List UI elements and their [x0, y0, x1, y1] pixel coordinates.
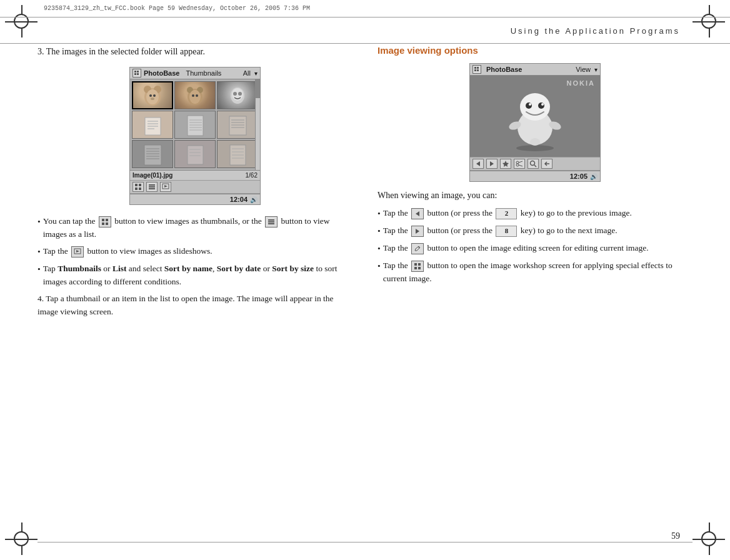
svg-rect-64 [106, 222, 108, 225]
svg-rect-73 [477, 69, 479, 71]
inline-key-2: 2 [496, 208, 517, 219]
svg-point-87 [516, 161, 519, 164]
svg-rect-53 [139, 184, 141, 186]
device-statusbar-right: 12:05 🔊 [470, 171, 600, 181]
inline-key-8: 8 [496, 226, 517, 237]
page-number: 59 [671, 531, 680, 541]
right-bullet-dot-2: • [378, 225, 381, 238]
toolbar-btn-star[interactable] [500, 159, 511, 169]
svg-point-9 [153, 94, 156, 97]
thumb-9[interactable] [217, 140, 258, 168]
svg-rect-37 [144, 145, 161, 165]
toolbar-btn-search[interactable] [528, 159, 539, 169]
svg-rect-1 [137, 71, 139, 72]
device-toolbar-right [470, 157, 600, 171]
svg-rect-57 [149, 186, 155, 188]
svg-rect-98 [414, 267, 417, 269]
thumb-7[interactable] [132, 140, 173, 168]
svg-rect-2 [134, 73, 136, 75]
bullet-item-2: • Tap the button to view images as slide… [38, 245, 352, 259]
device-menu-thumbnails: Thumbnails [186, 69, 221, 77]
inline-btn-slideshow [71, 246, 84, 258]
left-column: 3. The images in the selected folder wil… [38, 45, 365, 522]
thumb-3[interactable] [217, 81, 258, 109]
toolbar-btn-next[interactable] [486, 159, 498, 169]
right-bullet-3: • Tap the button to open the image editi… [378, 242, 692, 256]
toolbar-btn-prev[interactable] [472, 159, 484, 169]
bullet-text-2: Tap the button to view images as slidesh… [43, 245, 352, 258]
thumb-6[interactable] [217, 111, 258, 139]
top-bar-text: 9235874_3129_zh_tw_FCC.book Page 59 Wedn… [44, 5, 310, 12]
inline-btn-edit [411, 243, 424, 254]
bullet-item-1: • You can tap the button to view images … [38, 215, 352, 241]
svg-marker-60 [164, 185, 168, 188]
thumb-2[interactable] [174, 81, 216, 109]
svg-line-89 [519, 161, 522, 162]
device-statusbar-left: 12:04 🔊 [130, 194, 260, 204]
device-thumbnail-screenshot: PhotoBase Thumbnails All ▾ [129, 67, 261, 205]
left-intro: 3. The images in the selected folder wil… [38, 45, 352, 58]
bullet-text-1: You can tap the button to view images as… [43, 215, 352, 241]
svg-rect-43 [188, 146, 203, 164]
bullet-dot-2: • [38, 246, 41, 259]
right-bullet-text-4: Tap the button to open the image worksho… [383, 259, 692, 286]
svg-point-83 [530, 138, 540, 146]
right-column: Image viewing options PhotoBase View ▾ N… [365, 45, 692, 522]
thumb-5[interactable] [174, 111, 216, 139]
device-time-left: 12:04 [230, 196, 248, 203]
inline-btn-list [265, 216, 278, 228]
svg-rect-55 [139, 188, 141, 190]
corner-decoration-bl [5, 522, 38, 555]
right-bullet-dot-4: • [378, 260, 381, 273]
svg-marker-69 [76, 250, 79, 252]
nokia-brand-text: NOKIA [567, 79, 595, 87]
svg-point-78 [538, 102, 544, 109]
svg-line-92 [534, 165, 536, 167]
inline-btn-grid [99, 216, 111, 228]
device-icon-1 [132, 69, 141, 78]
device-scrollbar[interactable] [255, 79, 260, 170]
bullet-item-3: • Tap Thumbnails or List and select Sort… [38, 262, 352, 289]
svg-marker-86 [502, 161, 509, 167]
thumb-4[interactable] [132, 111, 173, 139]
device-menu-view-right: View [576, 66, 591, 73]
right-bullet-4: • Tap the button to open the image works… [378, 259, 692, 286]
toolbar-btn-scissors[interactable] [514, 159, 525, 169]
nokia-image-display: NOKIA [470, 76, 600, 157]
device-menubar-left: PhotoBase Thumbnails All ▾ [130, 68, 260, 79]
speaker-icon-left: 🔊 [250, 196, 258, 203]
svg-rect-63 [102, 222, 104, 225]
device-menu-photobase-right: PhotoBase [486, 66, 522, 73]
speaker-icon-right: 🔊 [590, 173, 598, 180]
bullet-dot-1: • [38, 216, 41, 229]
svg-rect-0 [134, 71, 136, 72]
svg-marker-93 [416, 211, 419, 216]
thumb-8[interactable] [174, 140, 216, 168]
device-footer: Image(01).jpg 1/62 [130, 170, 260, 180]
device-toolbar-left [130, 180, 260, 194]
device-menu-photobase: PhotoBase [144, 69, 179, 77]
device-scrollbar-thumb[interactable] [256, 79, 260, 98]
top-bar: 9235874_3129_zh_tw_FCC.book Page 59 Wedn… [0, 0, 730, 18]
toolbar-btn-list[interactable] [146, 182, 158, 192]
inline-btn-prev [411, 208, 424, 219]
device-time-right: 12:05 [570, 172, 588, 180]
svg-rect-61 [102, 219, 104, 221]
device-menubar-right: PhotoBase View ▾ [470, 64, 600, 76]
main-content: 3. The images in the selected folder wil… [38, 45, 692, 522]
toolbar-btn-grid[interactable] [132, 182, 144, 192]
bullet-text-3: Tap Thumbnails or List and select Sort b… [43, 262, 352, 289]
thumb-1[interactable] [132, 81, 173, 109]
right-bullet-list: • Tap the button (or press the 2 key) to… [378, 207, 692, 286]
toolbar-btn-back[interactable] [541, 159, 552, 169]
inline-btn-next [411, 226, 424, 237]
svg-point-15 [192, 94, 194, 97]
device-thumbnail-grid-container [130, 79, 260, 170]
svg-rect-72 [474, 69, 476, 71]
toolbar-btn-slideshow[interactable] [160, 182, 171, 192]
svg-marker-85 [490, 161, 494, 166]
left-bullet-list: • You can tap the button to view images … [38, 215, 352, 318]
svg-marker-94 [416, 229, 419, 234]
right-bullet-text-2: Tap the button (or press the 8 key) to g… [383, 224, 692, 238]
svg-rect-97 [418, 263, 421, 266]
